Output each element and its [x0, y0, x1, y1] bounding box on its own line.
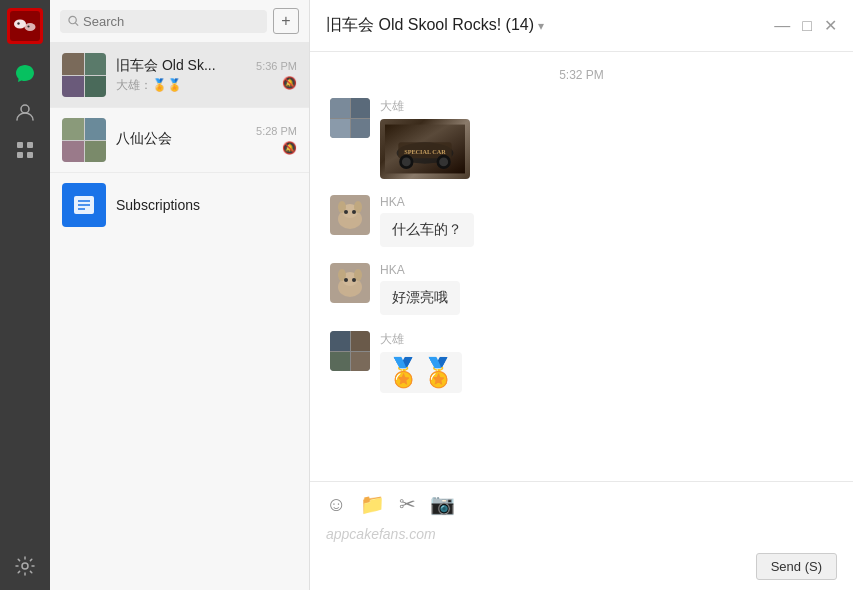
chat-toolbar: ☺ 📁 ✂ 📷 — [310, 481, 853, 520]
search-input[interactable] — [83, 14, 259, 29]
settings-nav-icon[interactable] — [9, 550, 41, 582]
msg-sender-2: HKA — [380, 195, 474, 209]
chat-title: 旧车会 Old Skool Rocks! (14) ▾ — [326, 15, 544, 36]
chat-main: 旧车会 Old Skool Rocks! (14) ▾ — □ ✕ 5:32 P… — [310, 0, 853, 590]
message-row-4: 大雄 🏅🏅 — [330, 331, 833, 393]
msg-bubble-3: 好漂亮哦 — [380, 281, 460, 315]
chat-name-1: 旧车会 Old Sk... — [116, 57, 246, 75]
msg-bubble-4: 🏅🏅 — [380, 352, 462, 393]
msg-image-1: SPECIAL CAR — [380, 119, 470, 179]
svg-rect-6 — [17, 142, 23, 148]
msg-avatar-2 — [330, 195, 370, 235]
msg-avatar-4 — [330, 331, 370, 371]
svg-point-29 — [344, 210, 348, 214]
msg-bubble-2: 什么车的？ — [380, 213, 474, 247]
minimize-button[interactable]: — — [774, 17, 790, 35]
app-logo — [7, 8, 43, 44]
contacts-nav-icon[interactable] — [9, 96, 41, 128]
messages-timestamp: 5:32 PM — [330, 68, 833, 82]
message-row-2: HKA 什么车的？ — [330, 195, 833, 247]
msg-body-4: 大雄 🏅🏅 — [380, 331, 462, 393]
svg-point-35 — [344, 278, 348, 282]
search-bar: + — [50, 0, 309, 43]
svg-rect-7 — [27, 142, 33, 148]
svg-point-22 — [402, 157, 411, 166]
chat-avatar-2 — [62, 118, 106, 162]
mute-icon-1: 🔕 — [282, 76, 297, 90]
svg-point-3 — [25, 23, 36, 31]
chat-list: 旧车会 Old Sk... 大雄：🏅🏅 5:36 PM 🔕 八仙公会 5:28 — [50, 43, 309, 590]
scissors-toolbar-button[interactable]: ✂ — [399, 492, 416, 516]
chat-preview-1: 大雄：🏅🏅 — [116, 77, 246, 94]
chat-meta-1: 5:36 PM 🔕 — [256, 60, 297, 90]
chat-nav-icon[interactable] — [9, 58, 41, 90]
svg-point-5 — [21, 105, 29, 113]
search-input-wrap[interactable] — [60, 10, 267, 33]
emoji-toolbar-button[interactable]: ☺ — [326, 493, 346, 516]
chat-list-panel: + 旧车会 Old Sk... 大雄：🏅🏅 5:36 PM 🔕 — [50, 0, 310, 590]
message-row-1: 大雄 SPECIAL CAR — [330, 98, 833, 179]
watermark-text: appcakefans.com — [310, 520, 853, 550]
messages-area: 5:32 PM 大雄 — [310, 52, 853, 481]
svg-rect-9 — [27, 152, 33, 158]
close-button[interactable]: ✕ — [824, 16, 837, 35]
svg-rect-8 — [17, 152, 23, 158]
svg-point-2 — [17, 22, 19, 24]
msg-avatar-1 — [330, 98, 370, 138]
msg-body-2: HKA 什么车的？ — [380, 195, 474, 247]
svg-point-24 — [439, 157, 448, 166]
maximize-button[interactable]: □ — [802, 17, 812, 35]
chat-content-2: 八仙公会 — [116, 130, 246, 150]
svg-text:SPECIAL CAR: SPECIAL CAR — [404, 148, 446, 155]
svg-point-11 — [69, 16, 76, 23]
svg-point-30 — [352, 210, 356, 214]
message-row-3: HKA 好漂亮哦 — [330, 263, 833, 315]
chat-item-2[interactable]: 八仙公会 5:28 PM 🔕 — [50, 108, 309, 173]
icon-sidebar — [0, 0, 50, 590]
msg-body-1: 大雄 SPECIAL CAR — [380, 98, 470, 179]
new-chat-button[interactable]: + — [273, 8, 299, 34]
chat-time-1: 5:36 PM — [256, 60, 297, 72]
discover-nav-icon[interactable] — [9, 134, 41, 166]
svg-point-4 — [27, 25, 29, 27]
msg-sender-1: 大雄 — [380, 98, 470, 115]
subscriptions-item[interactable]: Subscriptions — [50, 173, 309, 237]
video-toolbar-button[interactable]: 📷 — [430, 492, 455, 516]
msg-sender-4: 大雄 — [380, 331, 462, 348]
chat-content-1: 旧车会 Old Sk... 大雄：🏅🏅 — [116, 57, 246, 94]
chat-title-text: 旧车会 Old Skool Rocks! (14) — [326, 15, 534, 36]
chat-title-dropdown-icon[interactable]: ▾ — [538, 19, 544, 33]
msg-avatar-3 — [330, 263, 370, 303]
mute-icon-2: 🔕 — [282, 141, 297, 155]
svg-point-1 — [14, 20, 26, 29]
chat-header: 旧车会 Old Skool Rocks! (14) ▾ — □ ✕ — [310, 0, 853, 52]
subscriptions-label: Subscriptions — [116, 197, 200, 213]
subscriptions-icon — [62, 183, 106, 227]
svg-line-12 — [75, 23, 78, 26]
folder-toolbar-button[interactable]: 📁 — [360, 492, 385, 516]
chat-meta-2: 5:28 PM 🔕 — [256, 125, 297, 155]
msg-body-3: HKA 好漂亮哦 — [380, 263, 460, 315]
send-button[interactable]: Send (S) — [756, 553, 837, 580]
chat-avatar-1 — [62, 53, 106, 97]
header-controls: — □ ✕ — [774, 16, 837, 35]
msg-sender-3: HKA — [380, 263, 460, 277]
svg-point-10 — [22, 563, 28, 569]
search-icon — [68, 15, 79, 27]
chat-time-2: 5:28 PM — [256, 125, 297, 137]
chat-name-2: 八仙公会 — [116, 130, 246, 148]
chat-input-area: Send (S) — [310, 550, 853, 590]
svg-point-36 — [352, 278, 356, 282]
chat-item-1[interactable]: 旧车会 Old Sk... 大雄：🏅🏅 5:36 PM 🔕 — [50, 43, 309, 108]
